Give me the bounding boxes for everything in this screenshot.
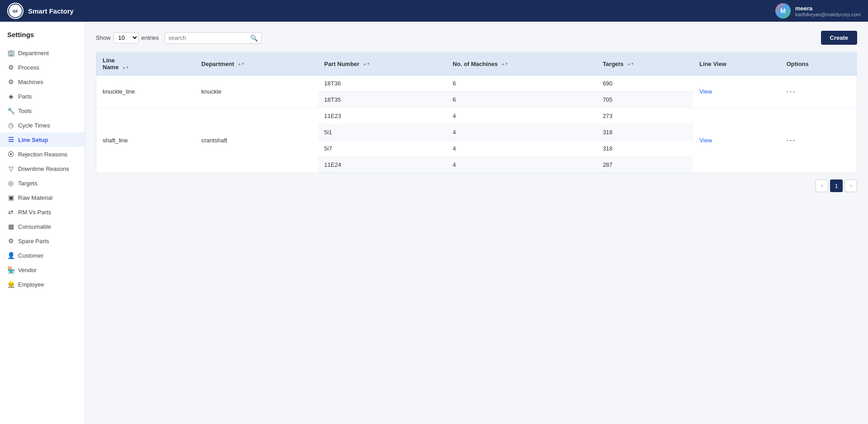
sidebar-item-raw-material[interactable]: ▣Raw Material (0, 190, 85, 205)
brand-name: Smart Factory (28, 7, 74, 15)
sidebar-label-cycle-times: Cycle Times (18, 122, 50, 129)
brand: SF Smart Factory (7, 3, 74, 19)
sidebar-item-employee[interactable]: 👷Employee (0, 277, 85, 292)
sidebar-icon-spare-parts: ⚙ (7, 237, 14, 245)
cell-targets-1-1: 318 (596, 124, 693, 141)
sidebar-title: Settings (0, 31, 85, 46)
sidebar-item-consumable[interactable]: ▦Consumable (0, 219, 85, 234)
table-row: shaft_linecrantshaft11E234273View··· (96, 108, 857, 124)
sidebar-icon-line-setup: ☰ (7, 136, 14, 143)
cell-part-number-1-1: 5i1 (318, 124, 446, 141)
sidebar-items: 🏢Department⚙Process⚙Machines◈Parts🔧Tools… (0, 46, 85, 292)
show-entries-select[interactable]: 102550100 (113, 32, 139, 43)
cell-machines-1-2: 4 (446, 141, 596, 157)
options-menu-0[interactable]: ··· (787, 87, 796, 96)
cell-line-view-0[interactable]: View (693, 75, 780, 108)
sidebar-item-cycle-times[interactable]: ◷Cycle Times (0, 118, 85, 132)
search-button[interactable]: 🔍 (246, 33, 261, 43)
user-info-container: M meera karthikeyan@makdycorp.com (775, 3, 861, 19)
cell-options-0[interactable]: ··· (780, 75, 857, 108)
table-body: knuckle_lineknuckle18T366690View···18T35… (96, 75, 857, 173)
sidebar-item-parts[interactable]: ◈Parts (0, 89, 85, 104)
sidebar-label-raw-material: Raw Material (18, 194, 52, 201)
create-button[interactable]: Create (821, 31, 857, 45)
table-header: LineName ▲▼ Department ▲▼ Part Number ▲▼ (96, 52, 857, 75)
cell-machines-0-0: 6 (446, 75, 596, 92)
cell-targets-0-0: 690 (596, 75, 693, 92)
cell-part-number-0-1: 18T35 (318, 92, 446, 108)
col-part-number: Part Number ▲▼ (318, 52, 446, 75)
sidebar-icon-tools: 🔧 (7, 107, 14, 114)
sort-machines-icon: ▲▼ (501, 62, 509, 66)
sidebar-item-line-setup[interactable]: ☰Line Setup (0, 132, 85, 147)
sidebar-icon-targets: ◎ (7, 179, 14, 187)
brand-logo: SF (7, 3, 24, 19)
col-options: Options (780, 52, 857, 75)
sidebar: Settings 🏢Department⚙Process⚙Machines◈Pa… (0, 22, 85, 424)
cell-targets-1-2: 318 (596, 141, 693, 157)
show-label: Show (96, 34, 111, 41)
sidebar-icon-cycle-times: ◷ (7, 122, 14, 129)
layout: Settings 🏢Department⚙Process⚙Machines◈Pa… (0, 22, 868, 424)
sidebar-item-department[interactable]: 🏢Department (0, 46, 85, 60)
sidebar-item-spare-parts[interactable]: ⚙Spare Parts (0, 234, 85, 248)
sidebar-label-machines: Machines (18, 79, 43, 85)
table-row: knuckle_lineknuckle18T366690View··· (96, 75, 857, 92)
search-container: 🔍 (165, 32, 262, 44)
sort-part-number-icon: ▲▼ (363, 62, 370, 66)
search-input[interactable] (165, 33, 246, 43)
svg-text:SF: SF (13, 9, 19, 14)
sidebar-item-targets[interactable]: ◎Targets (0, 176, 85, 190)
data-table: LineName ▲▼ Department ▲▼ Part Number ▲▼ (96, 52, 857, 173)
line-setup-table: LineName ▲▼ Department ▲▼ Part Number ▲▼ (96, 52, 857, 173)
sidebar-icon-vendor: 🏪 (7, 266, 14, 273)
sidebar-label-rm-vs-parts: RM Vs Parts (18, 209, 51, 216)
sidebar-icon-downtime-reasons: ▽ (7, 165, 14, 172)
sidebar-item-rm-vs-parts[interactable]: ⇄RM Vs Parts (0, 205, 85, 219)
sidebar-icon-process: ⚙ (7, 64, 14, 71)
pagination-prev[interactable]: ‹ (816, 179, 828, 192)
view-link-0[interactable]: View (699, 88, 712, 95)
sidebar-item-tools[interactable]: 🔧Tools (0, 104, 85, 118)
sidebar-icon-consumable: ▦ (7, 223, 14, 230)
avatar: M (775, 3, 791, 19)
cell-options-1[interactable]: ··· (780, 108, 857, 173)
sidebar-item-vendor[interactable]: 🏪Vendor (0, 263, 85, 277)
pagination-page-1[interactable]: 1 (830, 179, 843, 192)
sidebar-icon-customer: 👤 (7, 252, 14, 259)
cell-department-1: crantshaft (195, 108, 318, 173)
sort-targets-icon: ▲▼ (627, 62, 634, 66)
table-controls: Show 102550100 entries 🔍 Create (96, 31, 857, 45)
sidebar-label-vendor: Vendor (18, 267, 37, 273)
cell-targets-0-1: 705 (596, 92, 693, 108)
pagination-next[interactable]: › (844, 179, 857, 192)
cell-line-view-1[interactable]: View (693, 108, 780, 173)
sidebar-icon-rejection-reasons: ⦿ (7, 151, 14, 158)
sidebar-label-rejection-reasons: Rejection Reasons (18, 151, 67, 158)
cell-machines-1-3: 4 (446, 157, 596, 173)
cell-department-0: knuckle (195, 75, 318, 108)
sidebar-label-process: Process (18, 64, 39, 71)
sidebar-icon-department: 🏢 (7, 49, 14, 57)
col-department: Department ▲▼ (195, 52, 318, 75)
sidebar-label-customer: Customer (18, 252, 43, 259)
view-link-1[interactable]: View (699, 137, 712, 144)
show-entries-control: Show 102550100 entries (96, 32, 159, 43)
sidebar-item-machines[interactable]: ⚙Machines (0, 75, 85, 89)
sidebar-label-line-setup: Line Setup (18, 137, 48, 143)
cell-part-number-0-0: 18T36 (318, 75, 446, 92)
col-targets: Targets ▲▼ (596, 52, 693, 75)
sidebar-item-process[interactable]: ⚙Process (0, 60, 85, 75)
user-email: karthikeyan@makdycorp.com (795, 12, 861, 17)
sidebar-item-rejection-reasons[interactable]: ⦿Rejection Reasons (0, 147, 85, 161)
sidebar-item-customer[interactable]: 👤Customer (0, 248, 85, 263)
sidebar-label-consumable: Consumable (18, 223, 51, 230)
col-line-view: Line View (693, 52, 780, 75)
col-line-name: LineName ▲▼ (96, 52, 195, 75)
sidebar-label-department: Department (18, 50, 49, 57)
sidebar-icon-machines: ⚙ (7, 78, 14, 85)
sidebar-item-downtime-reasons[interactable]: ▽Downtime Reasons (0, 161, 85, 176)
sort-department-icon: ▲▼ (237, 62, 245, 66)
options-menu-1[interactable]: ··· (787, 136, 796, 145)
sidebar-label-employee: Employee (18, 281, 44, 288)
